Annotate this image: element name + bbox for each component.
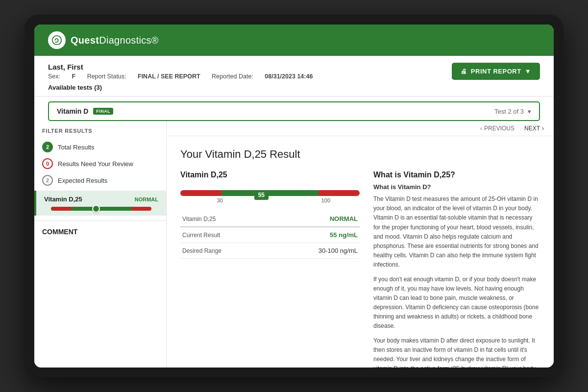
test-name: Vitamin D	[57, 107, 88, 115]
gauge-min-label: 30	[217, 197, 222, 203]
comment-section: COMMENT	[34, 220, 166, 243]
svg-point-0	[52, 36, 61, 45]
total-results-label: Total Results	[58, 144, 94, 151]
desired-range-row: Desired Range 30-100 ng/mL	[180, 243, 360, 259]
row1-status: NORMAL	[270, 211, 360, 227]
patient-info: Last, First Sex: F Report Status: FINAL …	[48, 63, 322, 91]
device-frame: QuestDiagnostics® Last, First Sex: F Rep…	[24, 15, 564, 377]
filter-expected-results[interactable]: 2 Expected Results	[34, 172, 166, 189]
needs-review-label: Results Need Your Review	[58, 160, 133, 168]
result-item-vitamin-d25[interactable]: Vitamin D,25 NORMAL	[34, 191, 166, 216]
filter-needs-review[interactable]: 0 Results Need Your Review	[34, 155, 166, 172]
info-title: What is Vitamin D,25?	[373, 171, 540, 179]
test-counter: Test 2 of 3 ▾	[494, 108, 531, 115]
gauge-labels: 30 100	[180, 197, 360, 203]
test-dropdown-left: Vitamin D FINAL	[57, 107, 113, 115]
nav-bar: ‹ PREVIOUS NEXT ›	[167, 121, 554, 136]
chevron-right-icon: ›	[542, 125, 544, 132]
result-item-name: Vitamin D,25	[44, 196, 82, 203]
header-bar: QuestDiagnostics®	[34, 24, 554, 56]
current-result-label: Current Result	[180, 227, 270, 243]
logo-text: QuestDiagnostics®	[71, 35, 159, 46]
current-result-value: 55 ng/mL	[270, 227, 360, 243]
gauge-container: 55 30 100	[180, 190, 360, 203]
chevron-down-icon: ▼	[525, 68, 531, 75]
info-subtitle: What is Vitamin D?	[373, 183, 540, 191]
row1-label: Vitamin D,25	[180, 211, 270, 227]
patient-name: Last, First	[48, 63, 322, 71]
previous-button[interactable]: ‹ PREVIOUS	[480, 125, 514, 132]
info-paragraph-1: The Vitamin D test measures the amount o…	[373, 195, 540, 270]
result-title: Your Vitamin D,25 Result	[180, 148, 540, 161]
date-label: Reported Date: 08/31/2023 14:46	[212, 73, 313, 80]
screen: QuestDiagnostics® Last, First Sex: F Rep…	[34, 24, 554, 368]
result-right: What is Vitamin D,25? What is Vitamin D?…	[373, 171, 540, 368]
status-label: Report Status: FINAL / SEE REPORT	[87, 73, 200, 80]
expected-results-label: Expected Results	[58, 177, 107, 184]
test-dropdown[interactable]: Vitamin D FINAL Test 2 of 3 ▾	[48, 101, 540, 121]
sidebar: FILTER RESULTS 2 Total Results 0 Results…	[34, 121, 167, 368]
slider-track	[51, 207, 151, 211]
available-tests: Available tests (3)	[48, 84, 322, 91]
chevron-down-icon: ▾	[528, 108, 531, 115]
chevron-left-icon: ‹	[480, 125, 482, 132]
needs-review-badge: 0	[42, 158, 53, 169]
expected-results-badge: 2	[42, 175, 53, 186]
comment-label: COMMENT	[42, 228, 158, 236]
info-paragraph-3: Your body makes vitamin D after direct e…	[373, 336, 540, 368]
logo-icon	[48, 31, 66, 49]
result-body: Vitamin D,25 55 30 100	[180, 171, 540, 368]
right-content: ‹ PREVIOUS NEXT › Your Vitamin D,25 Resu…	[167, 121, 554, 368]
result-slider	[44, 207, 158, 211]
total-results-badge: 2	[42, 142, 53, 152]
table-header-row: Vitamin D,25 NORMAL	[180, 211, 360, 227]
desired-range-label: Desired Range	[180, 243, 270, 259]
test-selector: Vitamin D FINAL Test 2 of 3 ▾	[34, 97, 554, 121]
final-badge: FINAL	[93, 108, 113, 115]
slider-thumb	[92, 205, 100, 213]
next-button[interactable]: NEXT ›	[524, 125, 544, 132]
sex-label: Sex: F	[48, 73, 75, 80]
result-left: Vitamin D,25 55 30 100	[180, 171, 360, 368]
body-area: FILTER RESULTS 2 Total Results 0 Results…	[34, 121, 554, 368]
result-table: Vitamin D,25 NORMAL Current Result 55 ng…	[180, 211, 360, 259]
result-item-top: Vitamin D,25 NORMAL	[44, 196, 158, 203]
patient-meta: Sex: F Report Status: FINAL / SEE REPORT…	[48, 73, 322, 80]
gauge-bar	[180, 190, 360, 196]
print-icon: 🖨	[461, 68, 467, 75]
normal-badge: NORMAL	[135, 196, 158, 202]
filter-total-results[interactable]: 2 Total Results	[34, 139, 166, 155]
info-paragraph-2: If you don't eat enough vitamin D, or if…	[373, 275, 540, 331]
filter-title: FILTER RESULTS	[34, 128, 166, 139]
result-panel: Your Vitamin D,25 Result Vitamin D,25 55…	[167, 136, 554, 368]
gauge-max-label: 100	[321, 197, 330, 203]
vitamin-name-header: Vitamin D,25	[180, 171, 360, 179]
gauge-value-bubble: 55	[254, 190, 269, 200]
main-content: Last, First Sex: F Report Status: FINAL …	[34, 56, 554, 368]
desired-range-value: 30-100 ng/mL	[270, 243, 360, 259]
patient-bar: Last, First Sex: F Report Status: FINAL …	[34, 56, 554, 97]
print-report-button[interactable]: 🖨 PRINT REPORT ▼	[452, 63, 540, 80]
current-result-row: Current Result 55 ng/mL	[180, 227, 360, 243]
